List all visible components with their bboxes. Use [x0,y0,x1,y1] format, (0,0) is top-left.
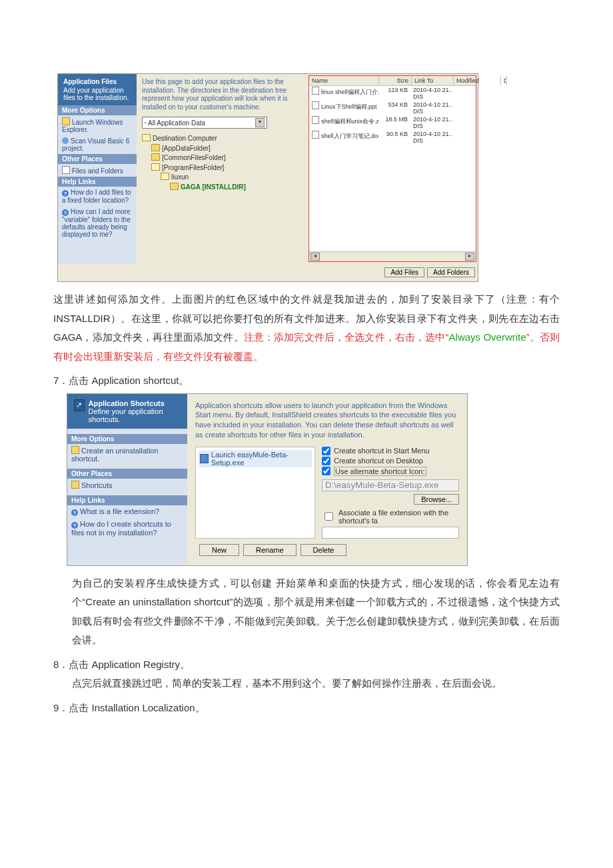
tree-node[interactable]: [ProgramFilesFolder] [142,163,303,173]
add-files-button[interactable]: Add Files [384,267,424,277]
other-places-header: Other Places [58,154,137,164]
more-options-header: More Options [58,105,137,115]
help-link-1[interactable]: ?How do I add files to a fixed folder lo… [58,187,137,206]
browse-button[interactable]: Browse... [414,494,459,505]
shortcuts-link[interactable]: Shortcuts [67,479,187,491]
chk-alt-icon[interactable]: Use alternate shortcut Icon: [322,467,459,476]
col-name[interactable]: Name [309,76,379,85]
shortcut-icon: ↗ [74,399,85,411]
help-link-2[interactable]: ?How can I add more "variable" folders t… [58,206,137,240]
col-dest[interactable]: Dest [501,76,507,85]
folder-icon [151,144,160,151]
tree-node[interactable]: [AppDataFolder] [142,144,303,154]
sidebar-header: ↗ Application Shortcuts Define your appl… [67,394,187,429]
file-icon [312,87,319,95]
folder-icon [62,117,70,125]
tree-node[interactable]: [CommonFilesFolder] [142,153,303,163]
help-links-header: Help Links [67,495,187,505]
chevron-down-icon[interactable]: ▾ [255,118,265,127]
shortcut-small-icon [71,446,79,454]
combo-icon [145,122,146,123]
shortcut-properties: Create shortcut in Start Menu Create sho… [315,447,459,539]
rename-button[interactable]: Rename [243,544,297,556]
sidebar-subtitle: Define your application shortcuts. [89,407,181,423]
chk-desktop[interactable]: Create shortcut on Desktop [322,457,459,465]
files-folders-link[interactable]: Files and Folders [58,164,137,177]
chk-start-menu[interactable]: Create shortcut in Start Menu [322,447,459,455]
exe-icon [200,454,209,463]
page-icon [62,166,70,174]
globe-icon [62,137,69,144]
folder-icon [71,481,79,489]
scroll-right-icon[interactable]: ▸ [465,253,474,261]
shortcut-list[interactable]: Launch easyMule-Beta-Setup.exe [195,447,315,539]
extension-input[interactable] [322,527,459,539]
paragraph-1: 这里讲述如何添加文件。上面图片的红色区域中的文件就是我加进去的，加到了安装目录下… [53,290,560,366]
help-links-header: Help Links [58,177,137,187]
more-options-header: More Options [67,434,187,444]
create-uninstall-shortcut-link[interactable]: Create an uninstallation shortcut. [67,444,187,465]
shortcut-item[interactable]: Launch easyMule-Beta-Setup.exe [199,450,312,467]
step-7: 7．点击 Application shortcut。 [53,371,560,391]
launch-explorer-link[interactable]: Launch Windows Explorer. [58,115,137,135]
folder-icon [151,163,160,171]
paragraph-2: 为自己的安装程序生成快捷方式，可以创建 开始菜单和桌面的快捷方式，细心发现的话，… [72,574,560,650]
file-icon [312,101,319,109]
folder-icon [151,153,160,161]
sidebar: Application Files Add your application f… [58,74,137,263]
folder-icon [142,134,151,141]
sidebar-subtitle: Add your application files to the instal… [63,87,131,101]
help-icon: ? [62,190,69,197]
file-row[interactable]: linux shell编程入门介...119 KB2010-4-10 21...… [309,86,476,101]
new-button[interactable]: New [199,544,239,556]
sidebar: ↗ Application Shortcuts Define your appl… [67,394,187,565]
delete-button[interactable]: Delete [301,544,347,556]
tree-node[interactable]: GAGA [INSTALLDIR] [142,183,303,193]
step-8: 8．点击 Application Registry。 [53,655,560,675]
sidebar-header: Application Files Add your application f… [58,74,137,105]
scan-vb6-link[interactable]: Scan Visual Basic 6 project. [58,135,137,154]
horizontal-scrollbar[interactable]: ◂ ▸ [309,251,476,261]
step-9: 9．点击 Installation Localization。 [53,699,560,718]
bottom-buttons: New Rename Delete [195,539,459,561]
help-link-1[interactable]: ?What is a file extension? [67,505,187,518]
folder-icon [161,173,169,180]
file-table-header: Name Size Link To Modified Dest [309,76,476,86]
hint-text: Application shortcuts allow users to lau… [195,401,459,440]
destination-tree[interactable]: Destination Computer[AppDataFolder][Comm… [142,134,303,192]
add-folders-button[interactable]: Add Folders [427,267,475,277]
col-link[interactable]: Link To [412,76,454,85]
help-icon: ? [71,509,78,516]
help-link-2[interactable]: ?How do I create shortcuts to files not … [67,518,187,539]
help-icon: ? [62,209,69,216]
other-places-header: Other Places [67,469,187,479]
file-icon [312,131,319,139]
file-table-body: linux shell编程入门介...119 KB2010-4-10 21...… [309,86,476,145]
icon-path-input [322,479,459,491]
bottom-buttons: Add Files Add Folders [58,263,478,281]
file-row[interactable]: Linux下Shell编程.ppt534 KB2010-4-10 21...DI… [309,101,476,115]
paragraph-3: 点完后就直接跳过吧，简单的安装工程，基本不用到这个。要了解如何操作注册表，在后面… [72,674,560,693]
file-icon [312,116,319,124]
file-row[interactable]: shell入门学习笔记.doc90.5 KB2010-4-10 21...DIS [309,130,476,145]
file-row[interactable]: shell编程和unix命令.zip18.5 MB2010-4-10 21...… [309,115,476,130]
tree-node[interactable]: liuxun [142,173,303,183]
main-panel: Application shortcuts allow users to lau… [187,394,467,565]
file-list-panel: Name Size Link To Modified Dest linux sh… [308,75,476,262]
sidebar-title: Application Shortcuts [89,399,181,407]
col-modified[interactable]: Modified [454,76,501,85]
chk-associate-ext[interactable]: Associate a file extension with the shor… [322,509,459,525]
sidebar-title: Application Files [63,78,131,85]
app-shortcuts-screenshot: ↗ Application Shortcuts Define your appl… [67,393,468,566]
app-files-screenshot: Application Files Add your application f… [57,73,478,282]
folder-icon [170,183,179,190]
help-icon: ? [71,522,78,529]
scroll-left-icon[interactable]: ◂ [310,253,320,261]
tree-node[interactable]: Destination Computer [142,134,303,144]
main-panel: Use this page to add your application fi… [137,74,308,263]
hint-text: Use this page to add your application fi… [142,78,303,111]
data-filter-combo[interactable]: All Application Data ▾ [142,117,267,129]
col-size[interactable]: Size [379,76,412,85]
